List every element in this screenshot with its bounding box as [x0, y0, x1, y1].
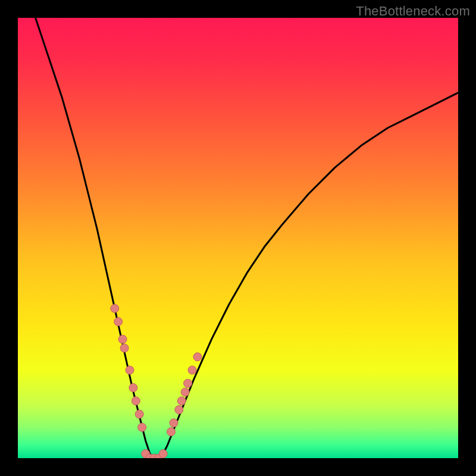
data-marker [138, 423, 146, 431]
plot-area [18, 18, 458, 458]
outer-frame: TheBottleneck.com [0, 0, 476, 476]
data-marker [159, 450, 167, 458]
data-marker [175, 406, 183, 414]
data-marker [188, 366, 196, 374]
data-marker [120, 344, 129, 352]
data-marker [126, 366, 134, 374]
data-marker [170, 419, 178, 427]
data-marker [167, 428, 176, 436]
gradient-background [18, 18, 458, 458]
data-marker [118, 335, 127, 343]
data-marker [131, 397, 140, 405]
data-marker [181, 388, 189, 396]
data-marker [177, 397, 186, 405]
data-marker [114, 318, 123, 326]
chart-svg [18, 18, 458, 458]
data-marker [193, 353, 202, 361]
data-marker [111, 304, 119, 312]
data-marker [184, 379, 192, 387]
watermark-text: TheBottleneck.com [356, 4, 470, 19]
data-marker [135, 410, 143, 418]
data-marker [129, 384, 137, 392]
